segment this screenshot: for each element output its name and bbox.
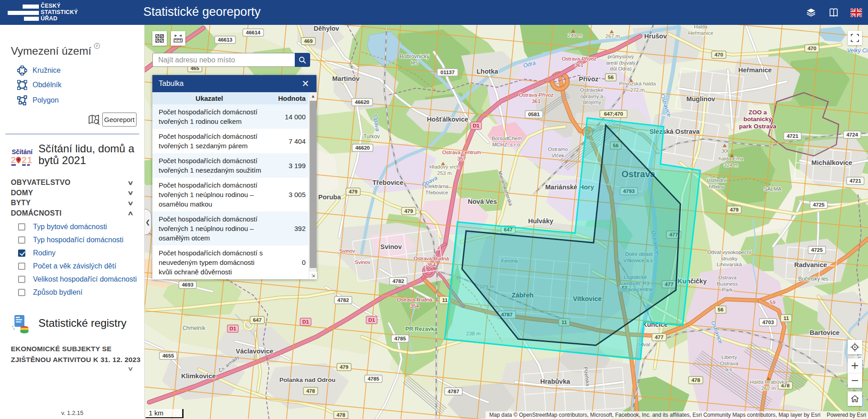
csu-logo[interactable]: ČESKÝ STATISTICKÝ ÚŘAD bbox=[0, 0, 108, 25]
table-row[interactable]: Počet hospodařících domácností tvořených… bbox=[152, 178, 308, 212]
checkbox-icon[interactable] bbox=[18, 236, 25, 244]
table-row[interactable]: Počet hospodařících domácností s neuvede… bbox=[152, 245, 308, 279]
checkbox-po-et-a-v-k-z-visl-ch-d-t-[interactable]: Počet a věk závislých dětí bbox=[18, 259, 137, 273]
svg-text:D1: D1 bbox=[230, 326, 236, 331]
road-shield: 4787 bbox=[445, 388, 462, 395]
uk-flag-icon[interactable] bbox=[850, 7, 862, 19]
table-row[interactable]: Počet hospodařících domácností tvořených… bbox=[152, 104, 308, 129]
svg-text:Park: Park bbox=[722, 287, 733, 292]
page-title: Statistické georeporty bbox=[143, 5, 261, 19]
menu-byty[interactable]: BYTY∨ bbox=[11, 198, 134, 208]
logo-text: ČESKÝ STATISTICKÝ ÚŘAD bbox=[41, 3, 78, 22]
road-shield: 477 bbox=[652, 334, 666, 341]
svg-text:2: 2 bbox=[11, 155, 16, 165]
checkbox-icon[interactable] bbox=[18, 289, 25, 296]
zoom-in-button[interactable] bbox=[848, 358, 862, 373]
fullscreen-button[interactable] bbox=[848, 31, 862, 45]
table-panel-header[interactable]: Tabulka ✕ bbox=[152, 75, 316, 92]
locate-button[interactable] bbox=[848, 340, 862, 354]
search-button[interactable] bbox=[295, 53, 310, 67]
svg-text:důl Odra): důl Odra) bbox=[610, 66, 632, 71]
measure-button[interactable] bbox=[171, 31, 185, 46]
map-attribution: Map data © OpenStreetMap contributors, M… bbox=[486, 411, 868, 419]
indicator-label: Počet hospodařících domácností tvořených… bbox=[152, 178, 266, 212]
road-shield: 4721 bbox=[847, 177, 864, 185]
checkbox-icon[interactable] bbox=[18, 263, 25, 270]
checkbox-icon[interactable] bbox=[18, 223, 25, 231]
table-row[interactable]: Počet hospodařících domácností tvořených… bbox=[152, 129, 308, 153]
scrollbar-thumb[interactable] bbox=[310, 101, 316, 268]
checkbox-zp-sob-bydlen-[interactable]: Způsob bydlení bbox=[18, 286, 137, 299]
checkbox-checked-icon[interactable] bbox=[18, 250, 25, 257]
map-label: 5959 bbox=[770, 300, 776, 305]
svg-text:les: les bbox=[411, 60, 418, 66]
tool-obdelnik[interactable]: Obdélník bbox=[17, 80, 61, 90]
book-icon[interactable] bbox=[828, 7, 840, 19]
section-title-vymezeni: Vymezení územíi bbox=[11, 45, 100, 57]
indicator-value: 0 bbox=[266, 245, 308, 279]
road-shield: 4785 bbox=[365, 375, 382, 383]
svg-text:Václavovice: Václavovice bbox=[236, 348, 273, 355]
tool-kruznice[interactable]: Kružnice bbox=[17, 66, 61, 75]
map-label: Bučinský lesBučinský les bbox=[798, 276, 829, 282]
table-row[interactable]: Počet hospodařících domácností tvořených… bbox=[152, 212, 308, 245]
table-row[interactable]: Počet hospodařících domácností tvořených… bbox=[152, 153, 308, 178]
svg-text:4725: 4725 bbox=[813, 202, 825, 207]
home-button[interactable] bbox=[848, 391, 862, 406]
menu-obyvatelstvo[interactable]: OBYVATELSTVO∨ bbox=[11, 178, 134, 188]
resize-handle-icon[interactable]: ⇲ bbox=[309, 272, 317, 279]
svg-text:Sčítání: Sčítání bbox=[12, 148, 33, 155]
map-label: PorubaPoruba bbox=[318, 193, 341, 201]
svg-text:Hošťálkovice: Hošťálkovice bbox=[427, 116, 468, 123]
map-canvas[interactable]: 4661446613469465011374662046620479479479… bbox=[145, 25, 868, 419]
map-label: Nová VesNová Ves bbox=[468, 198, 497, 205]
address-search bbox=[152, 53, 310, 67]
map-label: MartinovMartinov bbox=[332, 75, 359, 82]
powered-by-esri[interactable]: Powered by Esri bbox=[827, 411, 866, 419]
sidebar-collapse-button[interactable]: ❮ bbox=[145, 209, 151, 235]
checkbox-typ-hospoda-c-dom-cnosti[interactable]: Typ hospodařící domácnosti bbox=[18, 233, 137, 246]
svg-text:324 m: 324 m bbox=[724, 162, 738, 168]
map-label: PřívozPřívoz bbox=[579, 75, 599, 83]
svg-text:Ostrava-Rudná: Ostrava-Rudná bbox=[397, 297, 433, 302]
svg-text:Svinov: Svinov bbox=[380, 243, 402, 250]
close-icon[interactable]: ✕ bbox=[302, 78, 309, 89]
scroll-up-icon[interactable]: ▲ bbox=[309, 92, 317, 100]
svg-text:361: 361 bbox=[532, 99, 540, 104]
georeport-button[interactable]: Georeport bbox=[102, 113, 137, 127]
tool-label: Kružnice bbox=[33, 66, 61, 75]
census-title: Sčítání lidu, domů a bytů 2021 bbox=[38, 143, 138, 166]
map-label: KlimkoviceKlimkovice bbox=[181, 372, 216, 380]
svg-text:249 m: 249 m bbox=[568, 33, 582, 38]
svg-text:Hulváky: Hulváky bbox=[528, 217, 553, 225]
menu-domacnosti[interactable]: DOMÁCNOSTI∧ bbox=[11, 208, 134, 219]
economic-subjects-title[interactable]: EKONOMICKÉ SUBJEKTY SE ZJIŠTĚNOU AKTIVIT… bbox=[11, 344, 141, 365]
checkbox-typ-bytov-dom-cnosti[interactable]: Typ bytové domácnosti bbox=[18, 220, 137, 233]
checkbox-icon[interactable] bbox=[18, 276, 25, 283]
table-scrollbar[interactable]: ▲ ⇲ bbox=[309, 92, 316, 279]
tool-polygon[interactable]: Polygon bbox=[17, 95, 59, 105]
road-shield: 01137 bbox=[437, 69, 458, 76]
svg-text:MCHZ, s.r.o.: MCHZ, s.r.o. bbox=[492, 142, 522, 147]
svg-text:Ostravské: Ostravské bbox=[580, 87, 604, 93]
chevron-up-icon: ∧ bbox=[127, 210, 134, 217]
svg-text:Lihovarská: Lihovarská bbox=[717, 262, 742, 267]
info-icon[interactable]: i bbox=[94, 43, 100, 49]
registry-icon bbox=[11, 314, 31, 334]
zoom-out-button[interactable] bbox=[848, 373, 862, 388]
basemap-gallery-button[interactable] bbox=[152, 31, 167, 46]
checkbox-velikost-hospoda-c-dom-cnosti[interactable]: Velikost hospodařící domácnosti bbox=[18, 273, 137, 286]
map-label: HulvákyHulváky bbox=[528, 217, 553, 225]
svg-text:11: 11 bbox=[442, 297, 448, 303]
layers-icon[interactable] bbox=[805, 7, 817, 19]
chevron-down-icon[interactable]: ∨ bbox=[127, 365, 134, 372]
logo-bar bbox=[8, 11, 39, 15]
search-input[interactable] bbox=[152, 53, 295, 67]
svg-text:Svinov: Svinov bbox=[340, 248, 355, 254]
map-label: HrabůvkaHrabůvka bbox=[540, 378, 571, 385]
road-shield: 56 bbox=[605, 74, 616, 81]
menu-domy[interactable]: DOMY∨ bbox=[11, 188, 134, 198]
checkbox-rodiny[interactable]: Rodiny bbox=[18, 246, 137, 259]
svg-text:Bartovice: Bartovice bbox=[810, 329, 840, 336]
svg-text:46613: 46613 bbox=[218, 37, 232, 42]
